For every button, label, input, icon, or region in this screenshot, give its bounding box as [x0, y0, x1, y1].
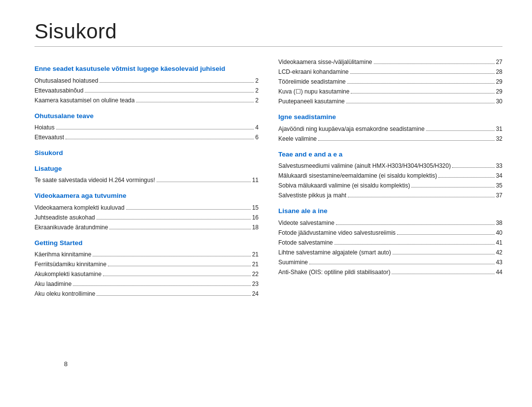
toc-text: Akukomplekti kasutamine — [34, 270, 101, 279]
title-divider — [34, 46, 502, 47]
toc-dots — [346, 103, 495, 103]
toc-text: Sobiva mälukaardi valimine (ei sisaldu k… — [278, 181, 410, 190]
content-columns: Enne seadet kasutusele võtmist lugege kä… — [34, 58, 502, 299]
toc-dots — [318, 140, 495, 141]
toc-page: 41 — [496, 238, 502, 247]
toc-text: Puutepaneeli kasutamine — [278, 97, 345, 106]
section-videokaamera: Videokaamera aga tutvumine Videokaamera … — [34, 191, 259, 232]
toc-entry: Tööreiimide seadistamine 29 — [278, 77, 502, 86]
toc-page: 29 — [496, 77, 502, 86]
toc-page: 24 — [252, 289, 259, 298]
toc-page: 28 — [496, 67, 502, 76]
toc-page: 38 — [496, 219, 502, 227]
toc-page: 40 — [496, 228, 502, 237]
section-lisatuge-heading: Lisatuge — [34, 164, 259, 173]
toc-page: 33 — [496, 161, 502, 170]
section-lisatuge: Lisatuge Te saate salvestada videoid H.2… — [34, 164, 259, 185]
toc-text: Ettevaatust — [34, 133, 64, 142]
section-getting: Getting Started Käerihma kinnitamine 21 … — [34, 239, 259, 299]
toc-entry: Fotode salvestamine 41 — [278, 238, 502, 247]
toc-page: 4 — [255, 123, 259, 132]
toc-text: Anti-Shake (OIS: optiline pildi stabilis… — [278, 268, 390, 277]
toc-entry: Ajavööndi ning kuupäeva/aja esmakordne s… — [278, 125, 502, 133]
toc-entry: Sobiva mälukaardi valimine (ei sisaldu k… — [278, 181, 502, 190]
toc-text: Kaamera kasutamisel on oluline teada — [34, 96, 134, 105]
toc-text: Videokaamera komplekti kuuluvad — [34, 203, 125, 212]
toc-entry: Kuva (☐) nupu kasutamine 29 — [278, 87, 502, 96]
toc-page: 2 — [255, 76, 259, 85]
section-lisane-heading: Lisane ale a ine — [278, 207, 502, 216]
toc-page: 18 — [252, 223, 259, 232]
toc-dots — [136, 102, 254, 102]
toc-entry: Puutepaneeli kasutamine 30 — [278, 97, 502, 106]
toc-page: 42 — [496, 248, 502, 257]
toc-page: 43 — [496, 258, 502, 267]
toc-text: Ajavööndi ning kuupäeva/aja esmakordne s… — [278, 125, 425, 133]
toc-text: Ettevaatusabinõud — [34, 86, 83, 95]
section-getting-heading: Getting Started — [34, 239, 259, 248]
toc-text: Hoiatus — [34, 123, 55, 132]
toc-dots — [334, 244, 495, 245]
section-lisane: Lisane ale a ine Videote salvestamine 38… — [278, 207, 502, 277]
toc-text: Mälukaardi sisestamine/eemaldamine (ei s… — [278, 171, 437, 180]
toc-entry: Keele valimine 32 — [278, 134, 502, 143]
section-enne-heading: Enne seadet kasutusele võtmist lugege kä… — [34, 64, 259, 73]
toc-entry: Käerihma kinnitamine 21 — [34, 250, 259, 259]
toc-dots — [347, 83, 495, 84]
toc-entry: Kaamera kasutamisel on oluline teada 2 — [34, 96, 259, 105]
toc-dots — [309, 264, 495, 264]
toc-page: 29 — [496, 87, 502, 96]
toc-dots — [100, 82, 254, 83]
toc-text: Salvestusmeediumi valimine (ainult HMX-H… — [278, 161, 451, 170]
toc-dots — [392, 274, 494, 274]
toc-text: Fotode jäädvustamine video salvestusreii… — [278, 228, 396, 237]
section-ohutus: Ohutusalane teave Hoiatus 4 Ettevaatust … — [34, 112, 259, 142]
toc-text: Videokaamera sisse-/väljalülitamine — [278, 58, 372, 66]
toc-entry: Fotode jäädvustamine video salvestusreii… — [278, 228, 502, 237]
toc-text: Ekraanikuvade äratundmine — [34, 223, 108, 232]
page-number: 8 — [64, 360, 67, 368]
toc-text: Keele valimine — [278, 134, 317, 143]
toc-dots — [374, 63, 495, 64]
toc-dots — [85, 92, 254, 93]
toc-dots — [351, 93, 494, 94]
toc-text: Lihtne salvestamine algajatele (smart au… — [278, 248, 391, 257]
toc-text: Aku oleku kontrollimine — [34, 289, 95, 298]
toc-entry: Salvestusmeediumi valimine (ainult HMX-H… — [278, 161, 502, 170]
toc-text: Suumimine — [278, 258, 308, 267]
toc-entry: Ettevaatusabinõud 2 — [34, 86, 259, 95]
toc-dots — [157, 182, 251, 182]
toc-entry: Te saate salvestada videoid H.264 vormin… — [34, 176, 259, 185]
toc-page: 30 — [496, 97, 502, 106]
toc-text: Fotode salvestamine — [278, 238, 333, 247]
toc-entry: Videote salvestamine 38 — [278, 219, 502, 227]
toc-page: 31 — [496, 125, 502, 133]
toc-dots — [109, 229, 250, 229]
section-igne: Igne seadistamine Ajavööndi ning kuupäev… — [278, 113, 502, 143]
right-column: Videokaamera sisse-/väljalülitamine 27 L… — [278, 58, 502, 299]
toc-dots — [56, 129, 254, 129]
toc-dots — [103, 276, 251, 276]
toc-entry: Ohutusalased hoiatused 2 — [34, 76, 259, 85]
toc-page: 21 — [252, 260, 259, 269]
toc-page: 2 — [255, 86, 259, 95]
toc-dots — [411, 187, 494, 188]
toc-dots — [97, 219, 251, 219]
toc-page: 11 — [252, 176, 259, 185]
toc-text: Salvestiste pikkus ja maht — [278, 191, 346, 200]
toc-entry: Mälukaardi sisestamine/eemaldamine (ei s… — [278, 171, 502, 180]
section-teae: Teae and e and a e a Salvestusmeediumi v… — [278, 150, 502, 200]
toc-page: 15 — [252, 203, 259, 212]
toc-text: Kuva (☐) nupu kasutamine — [278, 87, 349, 96]
toc-dots — [397, 234, 495, 235]
toc-page: 6 — [255, 133, 259, 142]
toc-text: LCD-ekraani kohandamine — [278, 67, 349, 76]
section-igne-heading: Igne seadistamine — [278, 113, 502, 122]
toc-page: 27 — [496, 58, 502, 66]
toc-dots — [126, 209, 251, 210]
toc-page: 23 — [252, 280, 259, 288]
toc-entry: Lihtne salvestamine algajatele (smart au… — [278, 248, 502, 257]
toc-entry: Aku oleku kontrollimine 24 — [34, 289, 259, 298]
toc-page: 34 — [496, 171, 502, 180]
toc-entry: Videokaamera sisse-/väljalülitamine 27 — [278, 58, 502, 66]
